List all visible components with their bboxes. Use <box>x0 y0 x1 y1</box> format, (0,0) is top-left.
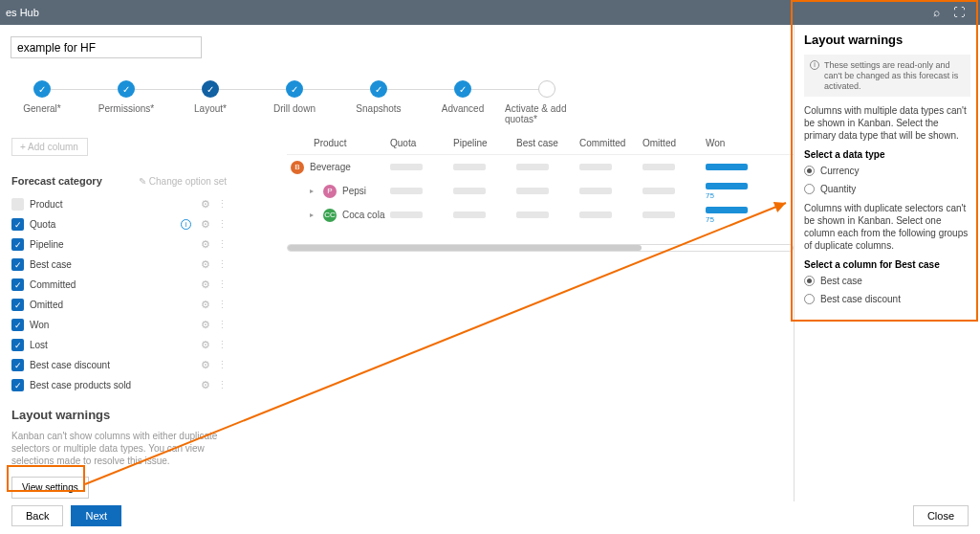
gear-icon[interactable]: ⚙ <box>199 258 211 271</box>
preview-table-header: ProductQuotaPipelineBest caseCommittedOm… <box>287 138 794 155</box>
forecast-name-input[interactable] <box>11 36 202 58</box>
chevron-right-icon[interactable]: ▸ <box>310 187 317 195</box>
checkbox-icon[interactable]: ✓ <box>11 218 24 231</box>
step-general-[interactable]: ✓General* <box>0 80 84 124</box>
category-label: Won <box>30 320 193 330</box>
info-icon[interactable]: i <box>181 219 191 230</box>
highlight-view-settings <box>7 465 85 492</box>
more-icon[interactable]: ⋮ <box>217 258 227 271</box>
step-permissions-[interactable]: ✓Permissions* <box>84 80 168 124</box>
checkbox-icon[interactable]: ✓ <box>11 238 24 251</box>
category-label: Pipeline <box>30 239 193 250</box>
row-name: Pepsi <box>342 186 366 196</box>
more-icon[interactable]: ⋮ <box>217 359 227 371</box>
more-icon[interactable]: ⋮ <box>217 278 227 291</box>
gear-icon[interactable]: ⚙ <box>199 198 211 211</box>
app-title: es Hub <box>6 7 39 18</box>
next-button[interactable]: Next <box>71 505 121 526</box>
category-label: Product <box>30 199 193 210</box>
add-column-button[interactable]: + Add column <box>11 138 88 156</box>
step-drill-down[interactable]: ✓Drill down <box>252 80 337 124</box>
checkbox-icon[interactable]: ✓ <box>11 278 24 291</box>
category-row[interactable]: ✓Best case discount⚙⋮ <box>11 355 227 375</box>
checkbox-icon[interactable]: ✓ <box>11 258 24 271</box>
back-button[interactable]: Back <box>11 505 63 526</box>
change-option-set-link[interactable]: ✎ Change option set <box>139 176 227 187</box>
more-icon[interactable]: ⋮ <box>217 339 227 351</box>
gear-icon[interactable]: ⚙ <box>199 359 211 371</box>
step-snapshots[interactable]: ✓Snapshots <box>337 80 421 124</box>
step-advanced[interactable]: ✓Advanced <box>421 80 505 124</box>
step-layout-[interactable]: ✓Layout* <box>168 80 252 124</box>
checkbox-icon[interactable]: ✓ <box>11 299 24 311</box>
category-row[interactable]: ✓Pipeline⚙⋮ <box>11 234 227 255</box>
more-icon[interactable]: ⋮ <box>217 379 227 391</box>
horizontal-scrollbar[interactable] <box>287 244 794 252</box>
table-row[interactable]: ▸PPepsi75 <box>287 179 794 203</box>
category-row[interactable]: ✓Quotai⚙⋮ <box>11 214 227 234</box>
gear-icon[interactable]: ⚙ <box>199 299 211 311</box>
category-label: Best case discount <box>30 360 193 370</box>
more-icon[interactable]: ⋮ <box>217 218 227 231</box>
checkbox-icon[interactable] <box>11 198 24 211</box>
wizard-stepper: ✓General*✓Permissions*✓Layout*✓Drill dow… <box>0 80 794 124</box>
layout-warnings-body: Kanban can't show columns with either du… <box>11 430 246 467</box>
category-row[interactable]: ✓Best case products sold⚙⋮ <box>11 375 227 395</box>
category-row[interactable]: ✓Omitted⚙⋮ <box>11 295 227 315</box>
more-icon[interactable]: ⋮ <box>217 299 227 311</box>
table-row[interactable]: BBeverage <box>287 155 794 179</box>
avatar: CC <box>323 209 337 222</box>
gear-icon[interactable]: ⚙ <box>199 278 211 291</box>
avatar: B <box>291 161 304 174</box>
category-label: Committed <box>30 279 193 290</box>
chevron-right-icon[interactable]: ▸ <box>310 211 317 219</box>
category-row[interactable]: ✓Won⚙⋮ <box>11 315 227 335</box>
avatar: P <box>323 185 337 198</box>
more-icon[interactable]: ⋮ <box>217 238 227 251</box>
checkbox-icon[interactable]: ✓ <box>11 319 24 331</box>
close-button[interactable]: Close <box>913 505 969 526</box>
category-label: Lost <box>30 340 193 350</box>
more-icon[interactable]: ⋮ <box>217 198 227 211</box>
category-label: Omitted <box>30 300 193 310</box>
category-label: Quota <box>30 219 175 230</box>
gear-icon[interactable]: ⚙ <box>199 218 211 231</box>
category-row[interactable]: ✓Lost⚙⋮ <box>11 335 227 355</box>
gear-icon[interactable]: ⚙ <box>199 319 211 331</box>
step-activate-add-quotas-[interactable]: 8Activate & add quotas* <box>505 80 589 124</box>
category-label: Best case products sold <box>30 380 193 390</box>
category-label: Best case <box>30 259 193 270</box>
forecast-category-title: Forecast category <box>11 175 102 187</box>
layout-warnings-heading: Layout warnings <box>11 408 246 422</box>
category-row[interactable]: Product⚙⋮ <box>11 194 227 214</box>
highlight-flyout <box>791 0 978 322</box>
category-row[interactable]: ✓Committed⚙⋮ <box>11 275 227 295</box>
gear-icon[interactable]: ⚙ <box>199 238 211 251</box>
category-row[interactable]: ✓Best case⚙⋮ <box>11 255 227 275</box>
row-name: Coca cola <box>342 210 384 220</box>
more-icon[interactable]: ⋮ <box>217 319 227 331</box>
gear-icon[interactable]: ⚙ <box>199 339 211 351</box>
checkbox-icon[interactable]: ✓ <box>11 379 24 391</box>
gear-icon[interactable]: ⚙ <box>199 379 211 391</box>
row-name: Beverage <box>310 162 351 172</box>
checkbox-icon[interactable]: ✓ <box>11 339 24 351</box>
table-row[interactable]: ▸CCCoca cola75 <box>287 203 794 227</box>
checkbox-icon[interactable]: ✓ <box>11 359 24 371</box>
